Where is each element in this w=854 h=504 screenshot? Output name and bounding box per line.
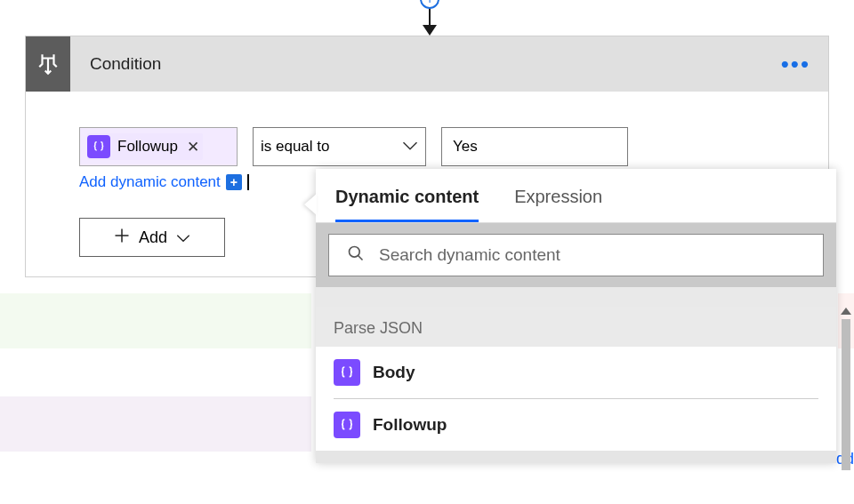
dynamic-content-plus-icon[interactable]: +	[226, 174, 242, 190]
add-condition-button[interactable]: Add	[79, 218, 225, 257]
card-menu-button[interactable]: •••	[763, 51, 828, 78]
scroll-up-icon[interactable]	[841, 308, 851, 315]
dynamic-content-item-followup[interactable]: Followup	[316, 399, 836, 451]
condition-icon	[26, 36, 70, 92]
tab-dynamic-content[interactable]: Dynamic content	[335, 187, 479, 222]
condition-left-operand[interactable]: Followup ✕	[79, 127, 238, 166]
svg-point-2	[350, 247, 360, 258]
chevron-down-icon	[402, 138, 418, 156]
scrollbar[interactable]	[838, 308, 854, 485]
scroll-thumb[interactable]	[842, 319, 850, 470]
text-caret-icon	[247, 174, 249, 190]
value-text: Yes	[453, 138, 478, 156]
operator-label: is equal to	[261, 138, 330, 156]
search-field[interactable]	[379, 245, 805, 265]
search-input[interactable]	[328, 234, 824, 276]
item-label: Followup	[373, 415, 447, 435]
add-step-circle-icon[interactable]: +	[420, 0, 439, 9]
condition-row: Followup ✕ is equal to Yes	[79, 127, 775, 166]
remove-token-icon[interactable]: ✕	[187, 138, 199, 156]
condition-operator-select[interactable]: is equal to	[253, 127, 426, 166]
item-label: Body	[373, 363, 415, 382]
section-header: Parse JSON	[316, 307, 836, 347]
token-followup: Followup ✕	[87, 133, 203, 160]
tab-expression[interactable]: Expression	[514, 187, 602, 222]
search-icon	[347, 244, 365, 266]
add-button-label: Add	[139, 228, 167, 247]
condition-value-input[interactable]: Yes	[441, 127, 628, 166]
json-token-icon	[87, 135, 110, 158]
token-label: Followup	[117, 138, 178, 156]
arrow-down-icon	[423, 25, 437, 36]
card-header: Condition •••	[26, 36, 828, 92]
json-token-icon	[334, 359, 360, 386]
flyout-pointer-icon	[304, 194, 317, 215]
card-title: Condition	[70, 54, 763, 74]
plus-icon	[114, 228, 130, 248]
svg-line-3	[359, 256, 363, 260]
dynamic-content-flyout: Dynamic content Expression Parse JSON Bo…	[316, 169, 836, 463]
flow-connector: +	[418, 0, 441, 36]
add-dynamic-content-link[interactable]: Add dynamic content	[79, 173, 221, 191]
dynamic-content-item-body[interactable]: Body	[316, 347, 836, 398]
json-token-icon	[334, 412, 360, 438]
chevron-down-icon	[176, 228, 190, 247]
